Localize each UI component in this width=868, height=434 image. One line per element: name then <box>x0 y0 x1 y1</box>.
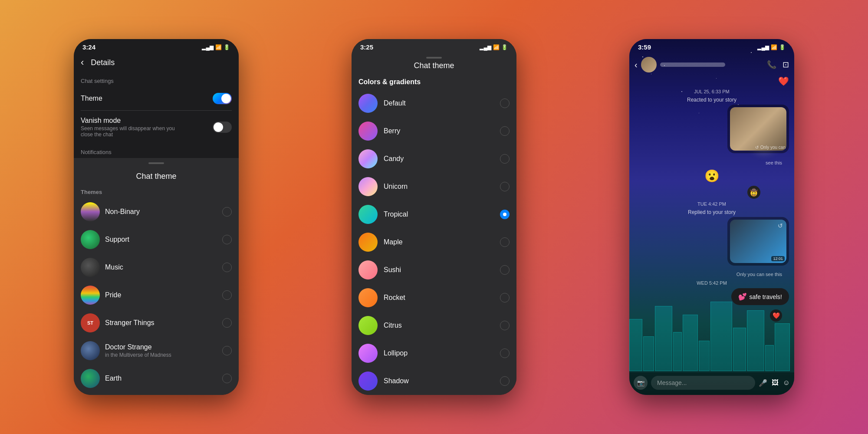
theme-item-pride[interactable]: Pride <box>74 281 239 309</box>
reacted-to-story: Reacted to your story <box>635 97 789 103</box>
sheet-handle-container <box>74 158 239 167</box>
top-heart-icon: ❤️ <box>778 76 789 86</box>
message-input-placeholder[interactable]: Message... <box>651 376 755 390</box>
color-item-rocket[interactable]: Rocket <box>352 284 516 312</box>
theme-row[interactable]: Theme <box>74 87 239 110</box>
status-icons-2: ▂▄▆ 📶 🔋 <box>480 44 508 50</box>
date-tue: TUE 4:42 PM <box>635 201 789 207</box>
radio-tropical-selected <box>500 210 510 219</box>
phone-1: 3:24 ▂▄▆ 📶 🔋 ‹ Details Chat settings <box>74 39 239 395</box>
only-you-see2-text: Only you can see this <box>736 272 782 277</box>
color-item-candy[interactable]: Candy <box>352 145 516 173</box>
chat-username-placeholder <box>660 62 725 67</box>
color-item-maple[interactable]: Maple <box>352 228 516 256</box>
theme-item-earth[interactable]: Earth <box>74 365 239 392</box>
color-name-lollipop: Lollipop <box>384 349 500 357</box>
camera-button[interactable]: 📷 <box>634 376 648 390</box>
radio-shadow <box>500 376 510 386</box>
color-item-default[interactable]: Default <box>352 89 516 117</box>
emoji-reactions: 😮 <box>635 169 789 183</box>
date-wed: WED 5:42 PM <box>635 280 789 286</box>
chat-nav: ‹ 📞 ⊡ <box>629 53 794 76</box>
vanish-mode-row[interactable]: Vanish mode Seen messages will disappear… <box>74 111 239 144</box>
phone-call-icon[interactable]: 📞 <box>767 60 776 69</box>
chat-theme-title: Chat theme <box>352 61 516 74</box>
hearts-emoji: 💕 <box>738 293 747 301</box>
radio-earth <box>222 374 232 383</box>
only-you-see2: Only you can see this <box>635 270 782 278</box>
story-reply-container: ↺ 12:01 <box>635 217 789 268</box>
chat-input-bar: 📷 Message... 🎤 🖼 ☺ <box>629 372 794 395</box>
colors-section-label: Colors & gradients <box>352 74 516 89</box>
battery-icon-2: 🔋 <box>501 44 508 50</box>
theme-name-earth: Earth <box>105 375 222 382</box>
theme-item-support[interactable]: Support <box>74 226 239 253</box>
radio-music <box>222 263 232 272</box>
color-circle-berry <box>358 122 378 141</box>
radio-doctor-strange <box>222 346 232 355</box>
chat-background: 3:59 ▂▄▆ 📶 🔋 ‹ 📞 ⊡ <box>629 39 794 395</box>
theme-name-music: Music <box>105 263 222 271</box>
color-name-maple: Maple <box>384 238 500 246</box>
vanish-toggle[interactable] <box>213 122 232 133</box>
phone2-handle <box>426 57 442 59</box>
status-bar-1: 3:24 ▂▄▆ 📶 🔋 <box>74 39 239 53</box>
color-name-rocket: Rocket <box>384 294 500 302</box>
color-name-candy: Candy <box>384 155 500 163</box>
status-time-2: 3:25 <box>360 43 373 51</box>
safe-travels-bubble: 💕 safe travels! <box>731 288 789 305</box>
color-circle-candy <box>358 149 378 168</box>
image-bubble: ↺ Only you can <box>727 105 789 153</box>
color-item-tropical[interactable]: Tropical <box>352 201 516 228</box>
wifi-icon-2: 📶 <box>493 44 500 50</box>
vanish-label-1: ↺ Only you can <box>755 145 786 150</box>
theme-item-stranger-things[interactable]: ST Stranger Things <box>74 309 239 337</box>
sheet-handle <box>148 162 164 164</box>
sticker-icon[interactable]: ☺ <box>783 379 790 387</box>
color-item-shadow[interactable]: Shadow <box>352 367 516 395</box>
story-image <box>730 107 786 151</box>
image-bubble-container: ↺ Only you can <box>635 105 789 156</box>
color-item-citrus[interactable]: Citrus <box>352 312 516 339</box>
status-icons-1: ▂▄▆ 📶 🔋 <box>202 44 230 50</box>
theme-item-lofi[interactable]: Lo-Fi <box>74 392 239 395</box>
heart-reaction-container: ❤️ <box>635 309 786 322</box>
wifi-icon: 📶 <box>215 44 222 50</box>
wifi-icon-3: 📶 <box>771 44 777 50</box>
notifications-label: Notifications <box>74 144 239 158</box>
color-circle-shadow <box>358 372 378 391</box>
microphone-icon[interactable]: 🎤 <box>759 379 767 387</box>
radio-rocket <box>500 293 510 302</box>
cowboy-emoji-container: 🤠 <box>635 186 773 199</box>
theme-icon-music <box>81 258 100 277</box>
chat-back-button[interactable]: ‹ <box>635 60 638 70</box>
theme-icon-earth <box>81 369 100 388</box>
see-this-text: see this <box>635 158 782 166</box>
theme-item-doctor-strange[interactable]: Doctor Strange in the Multiverse of Madn… <box>74 337 239 365</box>
color-item-unicorn[interactable]: Unicorn <box>352 173 516 201</box>
back-button[interactable]: ‹ <box>81 57 84 68</box>
theme-item-music[interactable]: Music <box>74 253 239 281</box>
color-item-sushi[interactable]: Sushi <box>352 256 516 284</box>
signal-icon: ▂▄▆ <box>202 44 214 50</box>
chat-settings-label: Chat settings <box>74 72 239 87</box>
radio-citrus <box>500 321 510 330</box>
theme-toggle[interactable] <box>213 93 232 104</box>
colors-scroll[interactable]: Default Berry Candy Uni <box>352 89 516 395</box>
themes-scroll[interactable]: Non-Binary Support Music <box>74 198 239 395</box>
phone-3: 3:59 ▂▄▆ 📶 🔋 ‹ 📞 ⊡ <box>629 39 794 395</box>
theme-row-title: Theme <box>81 95 102 102</box>
photo-icon[interactable]: 🖼 <box>772 379 779 387</box>
video-call-icon[interactable]: ⊡ <box>783 60 789 69</box>
color-item-berry[interactable]: Berry <box>352 117 516 145</box>
color-circle-maple <box>358 233 378 252</box>
theme-item-nonbinary[interactable]: Non-Binary <box>74 198 239 226</box>
color-item-lollipop[interactable]: Lollipop <box>352 339 516 367</box>
vanish-icon: ↺ <box>755 145 759 150</box>
chat-username-bar <box>660 62 767 67</box>
chat-theme-sheet: Chat theme Themes Non-Binary Support <box>74 158 239 395</box>
status-time-1: 3:24 <box>82 43 95 51</box>
vanish-mode-title: Vanish mode <box>81 117 176 125</box>
phones-container: 3:24 ▂▄▆ 📶 🔋 ‹ Details Chat settings <box>0 0 868 434</box>
color-circle-rocket <box>358 288 378 307</box>
